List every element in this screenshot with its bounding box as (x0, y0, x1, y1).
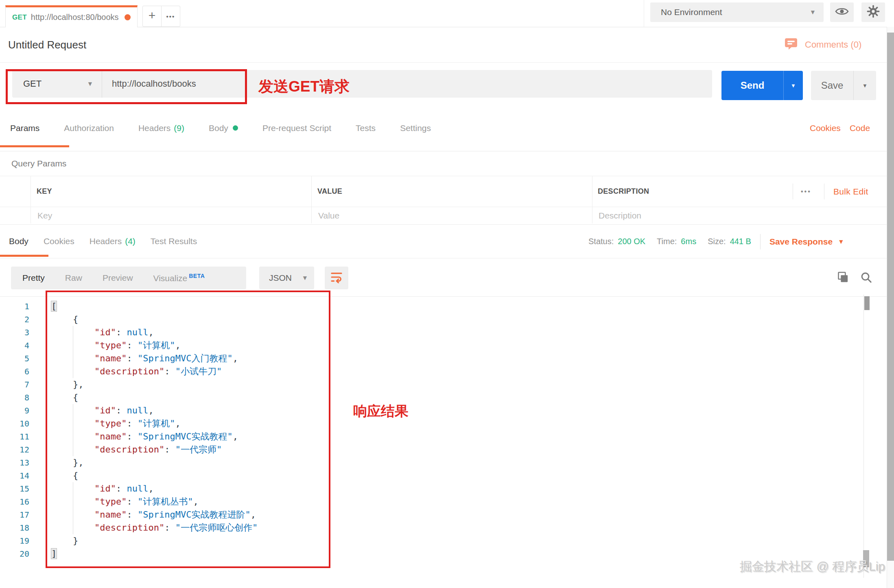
query-params-title: Query Params (0, 151, 894, 176)
size-value: 441 B (730, 237, 751, 246)
status-label: Status: (588, 237, 614, 246)
annotation-text-response: 响应结果 (353, 402, 409, 421)
view-raw[interactable]: Raw (65, 273, 82, 283)
query-params-input-row (0, 207, 894, 225)
tab-pre-request-script[interactable]: Pre-request Script (262, 123, 331, 133)
code-scrollbar-thumb[interactable] (864, 296, 870, 310)
time-label: Time: (657, 237, 677, 246)
divider (311, 176, 312, 223)
wrap-lines-button[interactable] (325, 267, 348, 289)
code-link[interactable]: Code (850, 123, 870, 133)
send-label: Send (721, 71, 783, 100)
view-pretty[interactable]: Pretty (22, 273, 45, 283)
divider (793, 184, 793, 199)
format-selector[interactable]: JSON ▼ (259, 267, 314, 289)
description-input[interactable] (598, 210, 881, 221)
annotation-text-request: 发送GET请求 (258, 77, 350, 97)
chevron-down-icon: ▼ (839, 239, 843, 245)
key-column-header: KEY (31, 187, 311, 196)
comments-label: Comments (0) (805, 39, 861, 50)
eye-icon (835, 7, 849, 18)
line-number: 1 (0, 300, 29, 313)
environment-selector[interactable]: No Environment ▼ (650, 2, 824, 22)
tab-settings[interactable]: Settings (400, 123, 431, 133)
settings-button[interactable] (861, 2, 885, 22)
divider (31, 176, 31, 223)
chevron-down-icon: ▼ (303, 275, 307, 281)
new-tab-button[interactable]: + (143, 6, 161, 26)
line-number: 5 (0, 352, 29, 365)
save-response-button[interactable]: Save Response ▼ (769, 237, 843, 247)
request-header: Untitled Request Comments (0) (0, 27, 894, 63)
response-tab-body[interactable]: Body (9, 236, 28, 246)
copy-button[interactable] (837, 271, 849, 284)
active-response-tab-indicator (0, 255, 48, 257)
format-value: JSON (269, 273, 292, 283)
send-button[interactable]: Send ▼ (721, 71, 803, 100)
tab-headers[interactable]: Headers(9) (138, 123, 184, 133)
divider (760, 234, 761, 249)
line-number: 18 (0, 521, 29, 534)
send-options-chevron[interactable]: ▼ (784, 71, 803, 100)
response-tab-headers[interactable]: Headers(4) (90, 236, 136, 246)
line-number: 7 (0, 378, 29, 391)
environment-quick-look-button[interactable] (830, 2, 854, 22)
save-button[interactable]: Save ▼ (811, 71, 876, 100)
wrap-text-icon (330, 271, 343, 285)
line-number: 14 (0, 469, 29, 482)
key-input[interactable] (37, 210, 299, 221)
save-options-chevron[interactable]: ▼ (854, 71, 876, 100)
postman-window: GET http://localhost:80/books + ••• No E… (0, 0, 894, 588)
gear-icon (866, 4, 880, 20)
line-number: 10 (0, 417, 29, 430)
line-number: 12 (0, 443, 29, 456)
line-number: 20 (0, 547, 29, 560)
tab-authorization[interactable]: Authorization (64, 123, 114, 133)
unsaved-dot-icon (125, 14, 131, 20)
response-tab-cookies[interactable]: Cookies (44, 236, 74, 246)
request-bar: GET ▼ http://localhost/books Send ▼ Save… (0, 63, 894, 105)
request-tabs: Params Authorization Headers(9) Body Pre… (0, 105, 894, 151)
view-visualize[interactable]: VisualizeBETA (153, 273, 205, 283)
query-params-table: KEY VALUE DESCRIPTION ••• Bulk Edit (0, 176, 894, 225)
tab-tests[interactable]: Tests (356, 123, 376, 133)
tab-params[interactable]: Params (10, 123, 39, 133)
tab-title: http://localhost:80/books (31, 13, 125, 22)
value-column-header: VALUE (311, 187, 592, 196)
chevron-down-icon: ▼ (811, 9, 815, 15)
response-tabs: Body Cookies Headers(4) Test Results Sta… (0, 225, 894, 258)
search-button[interactable] (860, 271, 872, 284)
line-number: 9 (0, 404, 29, 417)
size-label: Size: (708, 237, 726, 246)
response-status-bar: Status: 200 OK Time: 6ms Size: 441 B Sav… (588, 225, 843, 258)
request-tab[interactable]: GET http://localhost:80/books (5, 5, 138, 27)
bulk-edit-link[interactable]: Bulk Edit (833, 176, 868, 207)
view-preview[interactable]: Preview (103, 273, 133, 283)
line-number: 15 (0, 482, 29, 495)
line-number: 4 (0, 339, 29, 352)
more-tabs-button[interactable]: ••• (162, 6, 180, 26)
value-input[interactable] (317, 210, 580, 221)
line-number: 11 (0, 430, 29, 443)
tab-body[interactable]: Body (209, 123, 238, 133)
params-more-menu-icon[interactable]: ••• (801, 176, 811, 207)
request-tab-links: Cookies Code (810, 105, 870, 151)
line-number: 19 (0, 534, 29, 547)
tab-bar: GET http://localhost:80/books + ••• No E… (0, 0, 894, 27)
line-number: 2 (0, 313, 29, 326)
response-actions (837, 258, 872, 296)
line-number: 17 (0, 508, 29, 521)
window-scrollbar-thumb[interactable] (887, 33, 894, 561)
tab-method-badge: GET (12, 13, 27, 22)
time-value: 6ms (681, 237, 696, 246)
comments-button[interactable]: Comments (0) (785, 27, 861, 62)
query-params-header-row: KEY VALUE DESCRIPTION ••• Bulk Edit (0, 176, 894, 207)
response-tab-test-results[interactable]: Test Results (151, 236, 197, 246)
line-number: 16 (0, 495, 29, 508)
line-number: 8 (0, 391, 29, 404)
cookies-link[interactable]: Cookies (810, 123, 841, 133)
beta-badge: BETA (189, 273, 205, 279)
line-number: 3 (0, 326, 29, 339)
line-number: 6 (0, 365, 29, 378)
comment-bubble-icon (785, 38, 798, 52)
